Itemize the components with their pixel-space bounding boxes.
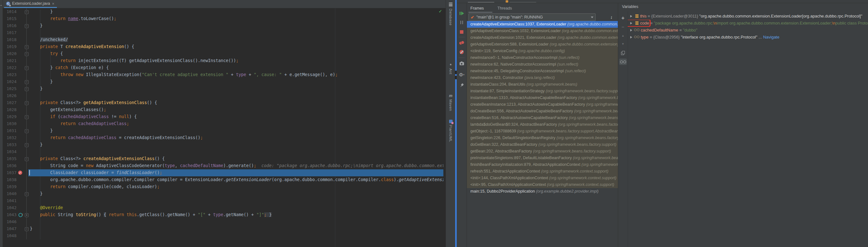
code-line[interactable]: throw new IllegalStateException("Can't c…	[30, 71, 338, 78]
fold-collapse-icon[interactable]: −	[25, 52, 29, 56]
fold-collapse-icon[interactable]: −	[25, 87, 29, 91]
fold-collapse-icon[interactable]: −	[25, 143, 29, 147]
line-number[interactable]: 1024	[3, 78, 17, 85]
breakpoint-icon[interactable]: ✓	[18, 171, 22, 175]
line-number[interactable]: 1019	[3, 43, 17, 50]
line-number[interactable]: 1035	[3, 155, 17, 162]
code-line[interactable]: }	[30, 85, 42, 92]
line-number[interactable]: 1027	[3, 99, 17, 106]
stack-frame-row[interactable]: createBean:516, AbstractAutowireCapableB…	[467, 115, 618, 121]
code-line[interactable]: if (cachedAdaptiveClass != null) {	[30, 113, 137, 120]
line-number[interactable]: 1046	[3, 218, 17, 225]
stack-frame-row[interactable]: getAdaptiveExtensionClass:1032, Extensio…	[467, 28, 618, 34]
line-number[interactable]: 1021	[3, 57, 17, 64]
frame-down-button[interactable]: ↓	[610, 15, 613, 20]
stack-frame-row[interactable]: newInstance:62, NativeConstructorAccesso…	[467, 61, 618, 68]
tool-window-button-database[interactable]: Database	[446, 3, 456, 25]
line-number[interactable]: 1034	[3, 148, 17, 155]
line-number[interactable]: 1031	[3, 127, 17, 134]
tab-frames[interactable]: Frames	[470, 5, 484, 12]
variable-row[interactable]: this = {ExtensionLoader@3011} "org.apach…	[628, 13, 868, 20]
line-number[interactable]: 1036	[3, 162, 17, 169]
line-number[interactable]: 1026	[3, 92, 17, 99]
fold-collapse-icon[interactable]: −	[25, 24, 29, 28]
navigate-link[interactable]: Navigate	[763, 35, 779, 39]
fold-collapse-icon[interactable]: −	[25, 192, 29, 196]
stack-frame-row[interactable]: doGetBean:322, AbstractBeanFactory (org.…	[467, 141, 618, 148]
fold-collapse-icon[interactable]: −	[25, 66, 29, 70]
code-line[interactable]: private Class<?> getAdaptiveExtensionCla…	[30, 99, 157, 106]
tool-window-button-ant[interactable]: *Ant	[446, 64, 456, 75]
code-line[interactable]: public String toString() { return this.g…	[30, 211, 272, 218]
code-editor[interactable]: 1014− }1015 return name.toLowerCase();10…	[3, 8, 443, 247]
stack-frame-row[interactable]: <init>:95, ClassPathXmlApplicationContex…	[467, 182, 618, 188]
line-number[interactable]: 1048	[3, 232, 17, 239]
line-number[interactable]: 1043	[3, 211, 17, 218]
code-line[interactable]: return injectExtension((T) getAdaptiveEx…	[30, 57, 238, 64]
fold-collapse-icon[interactable]: −	[25, 157, 29, 161]
line-number[interactable]: 1039	[3, 183, 17, 190]
fold-collapse-icon[interactable]: −	[25, 227, 29, 231]
line-number[interactable]: 1029	[3, 113, 17, 120]
pause-button[interactable]	[457, 19, 467, 26]
tool-window-button-plantuml[interactable]: PlantUML	[446, 120, 456, 142]
settings-button[interactable]: ⚙	[457, 71, 467, 78]
variable-row[interactable]: type = {Class@2956} "interface org.apach…	[628, 34, 868, 41]
stack-frame-row[interactable]: <init>:144, ClassPathXmlApplicationConte…	[467, 175, 618, 182]
remove-watch-button[interactable]: −	[618, 23, 628, 31]
code-line[interactable]: getExtensionClasses();	[30, 106, 106, 113]
duplicate-watch-button[interactable]	[618, 49, 628, 57]
expand-arrow-icon[interactable]	[630, 36, 632, 38]
view-breakpoints-button[interactable]	[457, 39, 467, 47]
line-number[interactable]: 1037	[3, 169, 17, 176]
stack-frame-row[interactable]: instantiateBean:1310, AbstractAutowireCa…	[467, 94, 618, 101]
line-number[interactable]: 1032	[3, 134, 17, 141]
stack-frame-row[interactable]: getObject:-1, 1167088639 (org.springfram…	[467, 128, 618, 135]
line-number[interactable]: 1018	[3, 36, 17, 43]
stack-frame-row[interactable]: getAdaptiveExtension:588, ExtensionLoade…	[467, 41, 618, 48]
line-number[interactable]: 1047	[3, 225, 17, 232]
variable-row[interactable]: cachedDefaultName = "dubbo"	[628, 27, 868, 34]
override-method-icon[interactable]: ↑	[19, 213, 23, 217]
line-number[interactable]: 1025	[3, 85, 17, 92]
code-line[interactable]: private T createAdaptiveExtension() {	[30, 43, 134, 50]
stack-frame-row[interactable]: newInstance:423, Constructor (java.lang.…	[467, 75, 618, 81]
code-line[interactable]: }	[30, 190, 42, 197]
move-watch-down-button[interactable]: ▼	[618, 40, 628, 48]
stack-frame-row[interactable]: doCreateBean:556, AbstractAutowireCapabl…	[467, 108, 618, 115]
line-number[interactable]: 1022	[3, 64, 17, 71]
line-number[interactable]: 1023	[3, 71, 17, 78]
stack-frame-row[interactable]: refresh:551, AbstractApplicationContext …	[467, 168, 618, 175]
code-line[interactable]: } catch (Exception e) {	[30, 64, 109, 71]
tool-window-button-maven[interactable]: mMaven	[446, 94, 456, 111]
line-number[interactable]: 1038	[3, 176, 17, 183]
code-line[interactable]: }	[30, 8, 53, 15]
code-line[interactable]: }	[30, 22, 42, 29]
thread-selector[interactable]: ✔ "main"@1 in group "main": RUNNING	[468, 13, 596, 21]
stack-frame-row[interactable]: finishBeanFactoryInitialization:879, Abs…	[467, 161, 618, 168]
code-line[interactable]: @Override	[30, 204, 63, 211]
close-tab-icon[interactable]: ×	[52, 2, 55, 6]
code-line[interactable]: return cachedAdaptiveClass;	[30, 120, 129, 127]
fold-collapse-icon[interactable]: −	[25, 80, 29, 84]
code-line[interactable]: return compiler.compile(code, classLoade…	[30, 183, 160, 190]
mute-breakpoints-button[interactable]	[457, 48, 467, 56]
fold-collapse-icon[interactable]: −	[25, 45, 29, 49]
code-line[interactable]: }	[30, 127, 53, 134]
code-line[interactable]: private Class<?> createAdaptiveExtension…	[30, 155, 165, 162]
stack-frame-row[interactable]: createBeanInstance:1213, AbstractAutowir…	[467, 101, 618, 108]
tab-extensionloader-java[interactable]: C ExtensionLoader.java ×	[4, 0, 57, 8]
line-number[interactable]: 1028	[3, 106, 17, 113]
stack-frame-row[interactable]: createAdaptiveExtensionClass:1037, Exten…	[467, 21, 618, 28]
line-number[interactable]: 1020	[3, 50, 17, 57]
inspection-ok-icon[interactable]: ✓	[439, 9, 442, 14]
fold-expand-icon[interactable]: +	[25, 213, 29, 217]
line-number[interactable]: 1033	[3, 141, 17, 148]
stack-frame-row[interactable]: lambda$doGetBean$0:324, AbstractBeanFact…	[467, 121, 618, 128]
stack-frame-row[interactable]: main:15, Dubbo2ProviderApplication (org.…	[467, 188, 618, 195]
tab-threads[interactable]: Threads	[497, 5, 512, 12]
pin-button[interactable]	[457, 81, 467, 89]
stop-button[interactable]	[457, 28, 467, 36]
line-number[interactable]: 1030	[3, 120, 17, 127]
stack-frame-row[interactable]: createAdaptiveExtension:1021, ExtensionL…	[467, 34, 618, 41]
